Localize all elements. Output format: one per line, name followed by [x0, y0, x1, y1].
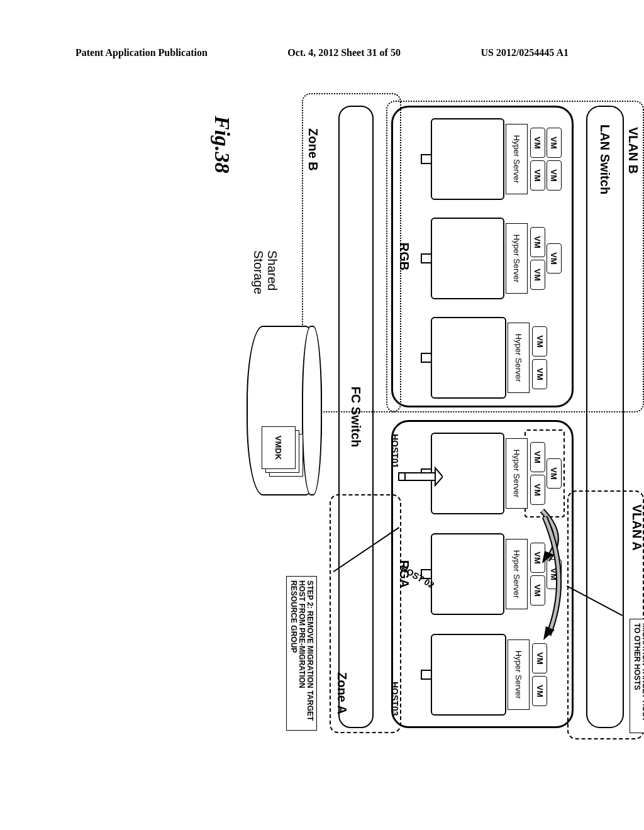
resource-group-b: VM VM VM VM Hyper Server VM VM VM Hyper …: [391, 106, 574, 407]
svg-rect-2: [404, 473, 438, 480]
vm-box: VM: [530, 128, 545, 158]
vm-box: VM: [547, 160, 562, 191]
vm-box: VM: [530, 475, 545, 505]
step2-callout: STEP 2: REMOVE MIGRATION TARGET HOST FRO…: [286, 576, 317, 731]
host-b2: VM VM VM Hyper Server: [421, 214, 562, 302]
header-right: US 2012/0254445 A1: [480, 47, 569, 58]
server-port-icon: [421, 670, 431, 680]
vm-box: VM: [547, 243, 562, 274]
vlan-a-label: VLAN A: [630, 504, 644, 551]
vm-box: VM: [532, 359, 547, 389]
fc-switch-label: FC Switch: [349, 387, 364, 448]
server-port-icon: [421, 353, 431, 363]
host-b3: VM VM Hyper Server: [421, 314, 562, 402]
host-b1: VM VM VM VM Hyper Server: [421, 115, 562, 203]
vm-box: VM: [530, 227, 545, 257]
hyper-server: Hyper Server: [506, 124, 528, 194]
svg-rect-4: [399, 473, 405, 480]
host02: VM VM VM Hyper Server: [421, 530, 562, 618]
step1-callout: STEP 1: MIGRATE VM OF MIGRATION TARGET H…: [630, 619, 644, 733]
vlan-b-label: VLAN B: [626, 127, 640, 174]
remove-host-arrow-icon: [390, 465, 443, 488]
vmdk-box: VMDK: [262, 426, 296, 469]
svg-marker-3: [435, 468, 443, 485]
hyper-server: Hyper Server: [506, 223, 528, 294]
vm-box: VM: [547, 458, 562, 489]
header-left: Patent Application Publication: [75, 47, 208, 58]
figure-label: Fig.38: [210, 116, 234, 174]
storage-cylinder-icon: VMDK: [247, 326, 322, 495]
server-port-icon: [421, 154, 431, 164]
vm-box: VM: [530, 575, 545, 606]
hyper-server: Hyper Server: [508, 323, 530, 393]
server-body: [431, 533, 504, 615]
vm-box: VM: [530, 543, 545, 573]
vm-box: VM: [547, 559, 562, 589]
shared-storage-label: SharedStorage: [252, 250, 279, 294]
shared-storage: VMDK SharedStorage: [247, 326, 322, 502]
server-body: [431, 317, 506, 399]
vm-box: VM: [547, 128, 562, 158]
server-port-icon: [421, 253, 431, 263]
zone-b-label: Zone B: [306, 128, 320, 171]
vm-box: VM: [530, 442, 545, 472]
server-body: [431, 218, 504, 299]
vm-box: VM: [530, 260, 545, 290]
vm-box: VM: [530, 160, 545, 191]
host03: VM VM Hyper Server: [421, 631, 562, 719]
vmdk-stack: VMDK: [259, 423, 303, 477]
server-body: [431, 118, 504, 200]
page-header: Patent Application Publication Oct. 4, 2…: [0, 47, 644, 58]
host01-label: HOST01: [390, 434, 400, 468]
server-body: [431, 634, 506, 716]
vm-box: VM: [532, 326, 547, 357]
hyper-server: Hyper Server: [508, 639, 530, 710]
diagram: LAN Switch VLAN B VLAN A VM VM VM VM Hyp…: [158, 87, 644, 741]
hyper-server: Hyper Server: [506, 438, 528, 509]
hyper-server: Hyper Server: [506, 539, 528, 609]
header-center: Oct. 4, 2012 Sheet 31 of 50: [287, 47, 401, 58]
vm-box: VM: [532, 676, 547, 706]
diagram-stage: LAN Switch VLAN B VLAN A VM VM VM VM Hyp…: [39, 112, 605, 693]
vm-box: VM: [532, 643, 547, 673]
fc-switch: FC Switch: [338, 106, 374, 728]
